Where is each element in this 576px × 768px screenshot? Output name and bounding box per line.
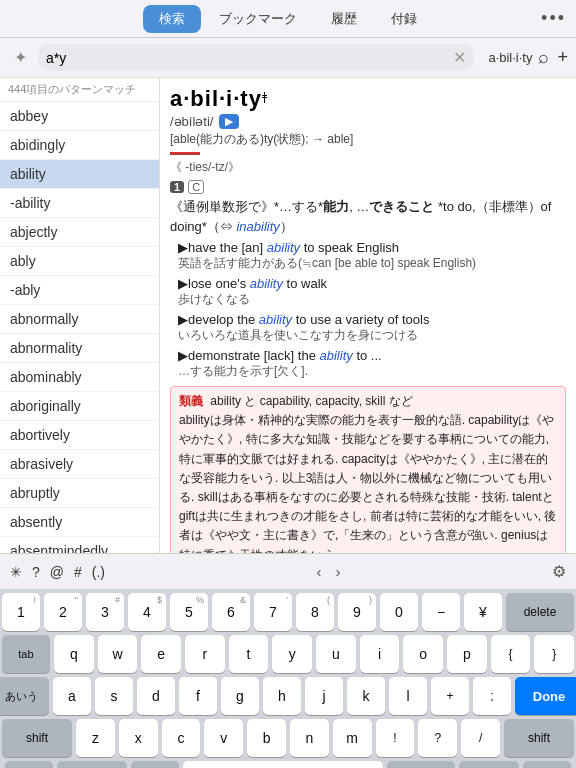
tab-search[interactable]: 検索 bbox=[143, 5, 201, 33]
key-plus[interactable]: + bbox=[431, 677, 469, 715]
dict-key[interactable]: ?123 bbox=[57, 761, 127, 768]
tab-bookmark[interactable]: ブックマーク bbox=[203, 5, 313, 33]
search-bar: ✦ ✕ a·bil·i·ty ⌕ + bbox=[0, 38, 576, 78]
list-item[interactable]: abrasively bbox=[0, 450, 159, 479]
list-item[interactable]: abjectly bbox=[0, 218, 159, 247]
zenkaku-key[interactable]: 全角 bbox=[459, 761, 519, 768]
shift-right-key[interactable]: shift bbox=[504, 719, 574, 757]
next-button[interactable]: › bbox=[336, 563, 341, 580]
key-lbrace[interactable]: { bbox=[491, 635, 531, 673]
list-item[interactable]: absently bbox=[0, 508, 159, 537]
key-f[interactable]: f bbox=[179, 677, 217, 715]
audio-button[interactable]: ▶ bbox=[219, 114, 239, 129]
key-9[interactable]: )9 bbox=[338, 593, 376, 631]
key-o[interactable]: o bbox=[403, 635, 443, 673]
key-l[interactable]: l bbox=[389, 677, 427, 715]
current-word-title: a·bil·i·ty bbox=[480, 50, 532, 65]
asterisk-toolbar-btn[interactable]: ✳ bbox=[10, 564, 22, 580]
emoji-key[interactable]: 🌐 bbox=[5, 761, 53, 768]
key-8[interactable]: (8 bbox=[296, 593, 334, 631]
key-h[interactable]: h bbox=[263, 677, 301, 715]
keyboard-hide-key[interactable]: ⌨ bbox=[523, 761, 571, 768]
key-k[interactable]: k bbox=[347, 677, 385, 715]
key-s[interactable]: s bbox=[95, 677, 133, 715]
search-right-icon[interactable]: ⌕ bbox=[538, 47, 549, 68]
list-item[interactable]: ably bbox=[0, 247, 159, 276]
key-yen[interactable]: ¥ bbox=[464, 593, 502, 631]
key-n[interactable]: n bbox=[290, 719, 329, 757]
key-a[interactable]: a bbox=[53, 677, 91, 715]
key-r[interactable]: r bbox=[185, 635, 225, 673]
key-exclaim[interactable]: ! bbox=[376, 719, 415, 757]
list-item[interactable]: -ability bbox=[0, 189, 159, 218]
key-minus[interactable]: − bbox=[422, 593, 460, 631]
key-g[interactable]: g bbox=[221, 677, 259, 715]
key-v[interactable]: v bbox=[204, 719, 243, 757]
hash-toolbar-btn[interactable]: # bbox=[74, 564, 82, 580]
tab-history[interactable]: 履歴 bbox=[315, 5, 373, 33]
key-t[interactable]: t bbox=[229, 635, 269, 673]
list-item[interactable]: abnormally bbox=[0, 305, 159, 334]
key-e[interactable]: e bbox=[141, 635, 181, 673]
shift-left-key[interactable]: shift bbox=[2, 719, 72, 757]
key-question[interactable]: ? bbox=[418, 719, 457, 757]
key-7[interactable]: '7 bbox=[254, 593, 292, 631]
list-item[interactable]: abominably bbox=[0, 363, 159, 392]
question-toolbar-btn[interactable]: ? bbox=[32, 564, 40, 580]
done-key[interactable]: Done bbox=[515, 677, 576, 715]
key-3[interactable]: #3 bbox=[86, 593, 124, 631]
sense-1-desc: 《通例単数形で》*…する*能力, …できること *to do,（非標準）of d… bbox=[170, 197, 566, 236]
red-separator bbox=[170, 152, 200, 155]
word-title: a·bil·i·tyǂ bbox=[170, 86, 566, 112]
delete-key[interactable]: delete bbox=[506, 593, 574, 631]
key-q[interactable]: q bbox=[54, 635, 94, 673]
key-j[interactable]: j bbox=[305, 677, 343, 715]
key-m[interactable]: m bbox=[333, 719, 372, 757]
add-icon[interactable]: + bbox=[557, 47, 568, 68]
key-u[interactable]: u bbox=[316, 635, 356, 673]
tab-appendix[interactable]: 付録 bbox=[375, 5, 433, 33]
key-p[interactable]: p bbox=[447, 635, 487, 673]
key-z[interactable]: z bbox=[76, 719, 115, 757]
key-semicolon[interactable]: ; bbox=[473, 677, 511, 715]
key-d[interactable]: d bbox=[137, 677, 175, 715]
list-item[interactable]: absentmindedly bbox=[0, 537, 159, 553]
key-tab[interactable]: tab bbox=[2, 635, 50, 673]
list-item[interactable]: abnormality bbox=[0, 334, 159, 363]
list-item[interactable]: abbey bbox=[0, 102, 159, 131]
key-5[interactable]: %5 bbox=[170, 593, 208, 631]
list-item[interactable]: abruptly bbox=[0, 479, 159, 508]
key-1[interactable]: !1 bbox=[2, 593, 40, 631]
key-b[interactable]: b bbox=[247, 719, 286, 757]
list-item[interactable]: -ably bbox=[0, 276, 159, 305]
gear-icon[interactable]: ⚙ bbox=[552, 562, 566, 581]
at-toolbar-btn[interactable]: @ bbox=[50, 564, 64, 580]
search-input[interactable] bbox=[46, 50, 449, 66]
key-rbrace[interactable]: } bbox=[534, 635, 574, 673]
key-x[interactable]: x bbox=[119, 719, 158, 757]
key-kana[interactable]: あいう bbox=[0, 677, 49, 715]
key-i[interactable]: i bbox=[360, 635, 400, 673]
key-4[interactable]: $4 bbox=[128, 593, 166, 631]
example-4-en: ▶demonstrate [lack] the ability to ... bbox=[178, 348, 566, 363]
more-button[interactable]: ••• bbox=[541, 8, 566, 29]
list-item[interactable]: aboriginally bbox=[0, 392, 159, 421]
return-key[interactable]: return bbox=[387, 761, 455, 768]
list-item[interactable]: abortively bbox=[0, 421, 159, 450]
key-w[interactable]: w bbox=[98, 635, 138, 673]
mic-key[interactable]: 🎤 bbox=[131, 761, 179, 768]
space-key[interactable]: space bbox=[183, 761, 383, 768]
paren-toolbar-btn[interactable]: (.) bbox=[92, 564, 105, 580]
list-item[interactable]: abidingly bbox=[0, 131, 159, 160]
key-6[interactable]: &6 bbox=[212, 593, 250, 631]
key-y[interactable]: y bbox=[272, 635, 312, 673]
list-item-selected[interactable]: ability bbox=[0, 160, 159, 189]
clear-button[interactable]: ✕ bbox=[453, 48, 466, 67]
key-c[interactable]: c bbox=[162, 719, 201, 757]
key-0[interactable]: 0 bbox=[380, 593, 418, 631]
word-title-sup: ǂ bbox=[262, 91, 267, 103]
prev-button[interactable]: ‹ bbox=[317, 563, 322, 580]
key-slash[interactable]: / bbox=[461, 719, 500, 757]
key-2[interactable]: "2 bbox=[44, 593, 82, 631]
example-3-en: ▶develop the ability to use a variety of… bbox=[178, 312, 566, 327]
